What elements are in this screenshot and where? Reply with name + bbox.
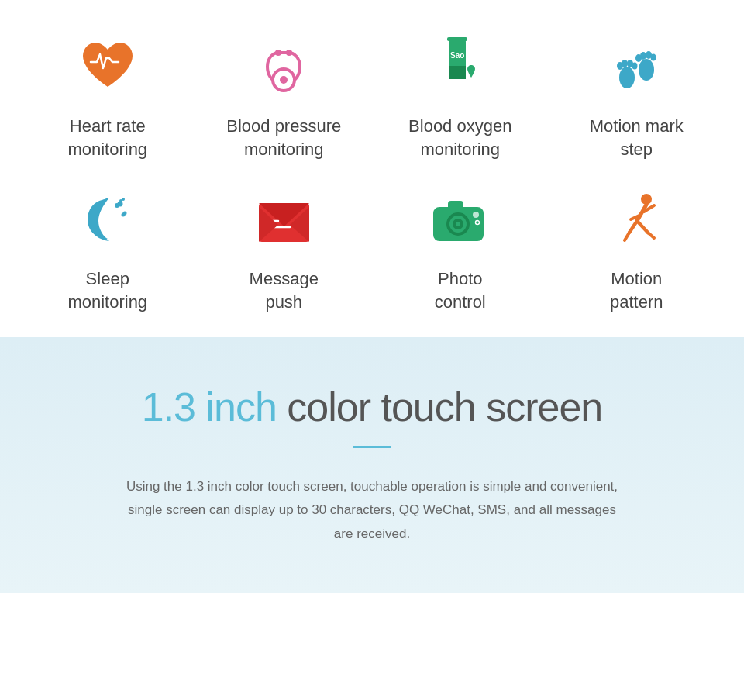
motion-pattern-icon-wrapper xyxy=(601,184,671,253)
blood-pressure-icon xyxy=(255,37,313,95)
features-section: Heart ratemonitoring Blood pressuremonit… xyxy=(0,0,744,337)
photo-control-icon-wrapper xyxy=(425,184,495,253)
svg-point-38 xyxy=(473,212,479,218)
screen-title: 1.3 inch color touch screen xyxy=(31,384,713,430)
blood-oxygen-icon-wrapper: Sao 2 xyxy=(425,31,495,101)
motion-pattern-icon xyxy=(608,190,666,248)
heart-rate-icon-wrapper xyxy=(73,31,143,101)
svg-line-47 xyxy=(625,233,629,240)
svg-line-45 xyxy=(648,233,654,238)
features-grid: Heart ratemonitoring Blood pressuremonit… xyxy=(23,31,721,314)
screen-title-rest: color touch screen xyxy=(277,384,602,429)
blood-oxygen-label: Blood oxygenmonitoring xyxy=(408,115,512,160)
motion-step-label: Motion markstep xyxy=(590,115,684,160)
feature-blood-pressure: Blood pressuremonitoring xyxy=(200,31,369,160)
svg-point-23 xyxy=(118,201,123,206)
feature-heart-rate: Heart ratemonitoring xyxy=(23,31,192,160)
motion-pattern-label: Motionpattern xyxy=(610,267,663,313)
feature-motion-step: Motion markstep xyxy=(553,31,722,160)
svg-point-36 xyxy=(456,222,460,226)
motion-step-icon xyxy=(608,39,666,93)
feature-message-push: Messagepush xyxy=(200,184,369,313)
sleep-monitoring-label: Sleepmonitoring xyxy=(67,267,147,313)
feature-blood-oxygen: Sao 2 Blood oxygenmonitoring xyxy=(376,31,545,160)
blood-pressure-label: Blood pressuremonitoring xyxy=(226,115,341,160)
blood-pressure-icon-wrapper xyxy=(249,31,319,101)
svg-line-46 xyxy=(629,221,637,233)
feature-sleep-monitoring: Sleepmonitoring xyxy=(23,184,192,313)
svg-rect-7 xyxy=(447,37,467,41)
photo-control-label: Photocontrol xyxy=(435,267,486,313)
svg-point-3 xyxy=(275,50,281,56)
svg-point-12 xyxy=(622,60,628,67)
screen-title-highlight: 1.3 inch xyxy=(142,384,277,429)
svg-text:Sao: Sao xyxy=(450,51,464,60)
feature-motion-pattern: Motionpattern xyxy=(553,184,722,313)
blood-oxygen-icon: Sao 2 xyxy=(435,35,485,97)
svg-point-17 xyxy=(640,52,646,60)
heart-rate-label: Heart ratemonitoring xyxy=(67,115,147,160)
svg-rect-37 xyxy=(448,201,463,210)
svg-line-44 xyxy=(637,221,648,233)
motion-step-icon-wrapper xyxy=(601,31,671,101)
message-push-icon-wrapper xyxy=(249,184,319,253)
feature-photo-control: Photocontrol xyxy=(376,184,545,313)
photo-control-icon xyxy=(429,191,491,246)
svg-point-24 xyxy=(123,211,127,215)
svg-point-1 xyxy=(280,76,288,84)
screen-section: 1.3 inch color touch screen Using the 1.… xyxy=(0,337,744,593)
screen-description: Using the 1.3 inch color touch screen, t… xyxy=(93,475,651,547)
svg-point-19 xyxy=(650,54,656,61)
svg-text:2: 2 xyxy=(466,56,469,61)
message-push-label: Messagepush xyxy=(250,267,319,313)
svg-rect-6 xyxy=(449,66,466,79)
svg-point-14 xyxy=(632,63,637,70)
svg-point-25 xyxy=(122,198,125,201)
svg-point-10 xyxy=(619,67,635,88)
svg-point-15 xyxy=(639,59,654,81)
sleep-monitoring-icon-wrapper xyxy=(73,184,143,253)
svg-point-4 xyxy=(286,50,292,56)
title-divider xyxy=(353,446,391,448)
heart-rate-icon xyxy=(77,39,139,93)
sleep-monitoring-icon xyxy=(78,190,136,248)
message-push-icon xyxy=(255,191,313,246)
